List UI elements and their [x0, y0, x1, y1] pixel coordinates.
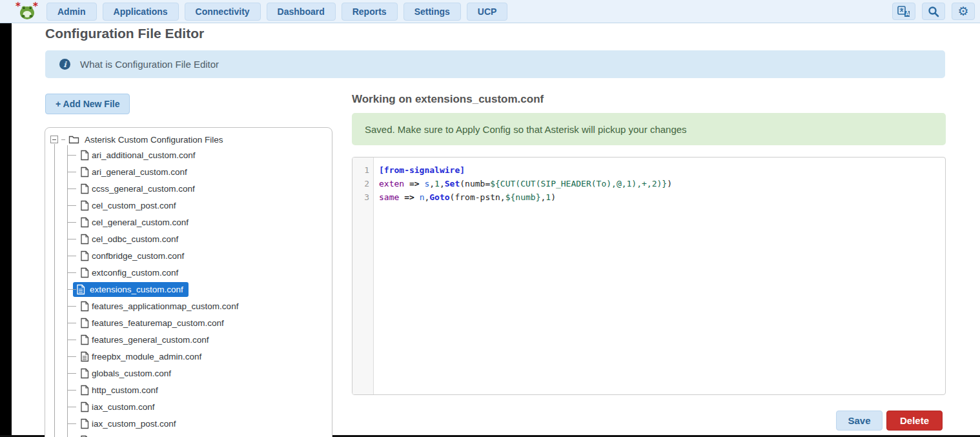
top-navbar: * * AdminApplicationsConnectivityDashboa… — [0, 0, 980, 23]
file-name: features_general_custom.conf — [92, 335, 209, 345]
file-name: ari_general_custom.conf — [92, 167, 187, 177]
tree-connector — [67, 188, 76, 189]
file-name: extconfig_custom.conf — [92, 268, 178, 278]
saved-alert-text: Saved. Make sure to Apply Config so that… — [365, 124, 687, 135]
tree-connector — [67, 373, 76, 374]
help-toggle-bar[interactable]: i What is Configuration File Editor — [45, 50, 945, 78]
save-button[interactable]: Save — [836, 411, 883, 431]
tree-root-node[interactable]: Asterisk Custom Configuration Files — [45, 132, 332, 147]
file-blank-icon — [80, 267, 89, 278]
add-new-file-button[interactable]: + Add New File — [45, 94, 130, 114]
file-name: http_custom.conf — [92, 385, 158, 395]
file-blank-icon — [80, 150, 89, 161]
tree-file-item-ari_general_custom.conf[interactable]: ari_general_custom.conf — [45, 163, 332, 180]
file-name: features_applicationmap_custom.conf — [92, 301, 238, 311]
code-line: exten => s,1,Set(numb=${CUT(CUT(SIP_HEAD… — [379, 177, 945, 190]
tree-file-item-extconfig_custom.conf[interactable]: extconfig_custom.conf — [45, 264, 332, 281]
gear-icon[interactable]: ⚙ — [952, 3, 975, 20]
tree-connector — [67, 205, 76, 206]
tree-connector — [61, 139, 65, 140]
file-blank-icon — [80, 318, 89, 329]
nav-item-dashboard[interactable]: Dashboard — [267, 3, 336, 21]
file-blank-icon — [80, 418, 89, 429]
file-name: extensions_custom.conf — [90, 285, 183, 294]
saved-alert: Saved. Make sure to Apply Config so that… — [352, 113, 946, 145]
tree-file-item-iax_custom.conf[interactable]: iax_custom.conf — [45, 398, 332, 415]
code-text-area[interactable]: [from-signalwire]exten => s,1,Set(numb=$… — [374, 158, 945, 394]
tree-file-item-features_general_custom.conf[interactable]: features_general_custom.conf — [45, 331, 332, 348]
tree-connector — [67, 340, 76, 340]
file-name: ari_additional_custom.conf — [92, 150, 196, 160]
freepbx-logo-icon[interactable]: * * — [15, 2, 39, 21]
tree-connector — [67, 272, 76, 273]
code-editor[interactable]: 123 [from-signalwire]exten => s,1,Set(nu… — [352, 157, 946, 395]
file-name: ccss_general_custom.conf — [92, 184, 195, 194]
file-name: features_featuremap_custom.conf — [92, 318, 224, 328]
nav-item-admin[interactable]: Admin — [46, 3, 97, 21]
tree-file-item-partial[interactable] — [45, 432, 332, 437]
page-title: Configuration File Editor — [45, 26, 204, 41]
tree-connector — [67, 256, 76, 256]
tree-connector — [67, 407, 76, 407]
file-name: cel_odbc_custom.conf — [92, 234, 178, 244]
file-name: cel_general_custom.conf — [92, 218, 189, 227]
tree-file-item-cel_odbc_custom.conf[interactable]: cel_odbc_custom.conf — [45, 230, 332, 247]
tree-file-item-cel_general_custom.conf[interactable]: cel_general_custom.conf — [45, 214, 332, 230]
code-line: same => n,Goto(from-pstn,${numb},1) — [379, 190, 945, 204]
file-blank-icon — [80, 167, 89, 178]
file-name: globals_custom.conf — [92, 369, 171, 378]
tree-connector — [67, 306, 76, 307]
tree-file-item-freepbx_module_admin.conf[interactable]: freepbx_module_admin.conf — [45, 348, 332, 365]
file-text-icon — [76, 284, 85, 295]
delete-button[interactable]: Delete — [886, 411, 943, 431]
file-name: cel_custom_post.conf — [92, 201, 176, 210]
nav-item-reports[interactable]: Reports — [342, 3, 398, 21]
collapse-expander-icon[interactable] — [50, 136, 58, 143]
tree-connector — [67, 222, 76, 223]
tree-children: ari_additional_custom.conf ari_general_c… — [45, 147, 332, 437]
nav-item-connectivity[interactable]: Connectivity — [185, 3, 261, 21]
tree-connector — [67, 172, 76, 172]
tree-file-item-ccss_general_custom.conf[interactable]: ccss_general_custom.conf — [45, 180, 332, 197]
tree-file-item-features_applicationmap_custom.conf[interactable]: features_applicationmap_custom.conf — [45, 298, 332, 314]
nav-item-applications[interactable]: Applications — [103, 3, 179, 21]
info-icon: i — [59, 59, 70, 70]
tree-connector — [67, 289, 76, 290]
file-blank-icon — [80, 368, 89, 379]
search-icon[interactable] — [922, 3, 945, 20]
tree-connector — [67, 323, 76, 323]
file-blank-icon — [80, 217, 89, 228]
file-name: iax_custom.conf — [92, 402, 155, 412]
file-blank-icon — [80, 334, 89, 345]
tree-file-item-confbridge_custom.conf[interactable]: confbridge_custom.conf — [45, 247, 332, 264]
line-number-gutter: 123 — [352, 158, 374, 394]
file-blank-icon — [80, 385, 89, 396]
left-screen-edge — [0, 23, 12, 437]
nav-right-icons: A ⚙ — [892, 3, 975, 20]
selected-file-highlight: extensions_custom.conf — [73, 282, 189, 297]
tree-file-item-iax_custom_post.conf[interactable]: iax_custom_post.conf — [45, 415, 332, 432]
file-blank-icon — [80, 183, 89, 194]
svg-text:*: * — [15, 2, 21, 12]
folder-icon — [68, 135, 79, 144]
tree-file-item-ari_additional_custom.conf[interactable]: ari_additional_custom.conf — [45, 147, 332, 163]
translate-icon[interactable]: A — [892, 3, 915, 20]
code-line: [from-signalwire] — [379, 163, 945, 177]
file-blank-icon — [80, 200, 89, 211]
file-text-icon — [80, 351, 89, 362]
file-blank-icon — [80, 250, 89, 261]
nav-item-ucp[interactable]: UCP — [467, 3, 508, 21]
tree-root-label: Asterisk Custom Configuration Files — [85, 135, 223, 145]
tree-file-item-globals_custom.conf[interactable]: globals_custom.conf — [45, 365, 332, 381]
tree-file-item-cel_custom_post.conf[interactable]: cel_custom_post.conf — [45, 197, 332, 214]
tree-file-item-features_featuremap_custom.conf[interactable]: features_featuremap_custom.conf — [45, 314, 332, 331]
svg-text:A: A — [906, 11, 910, 17]
tree-connector — [67, 239, 76, 239]
file-name: confbridge_custom.conf — [92, 251, 184, 261]
file-name: freepbx_module_admin.conf — [92, 352, 201, 361]
nav-item-settings[interactable]: Settings — [403, 3, 461, 21]
tree-file-item-http_custom.conf[interactable]: http_custom.conf — [45, 381, 332, 398]
tree-connector — [67, 356, 76, 357]
tree-connector — [67, 390, 76, 391]
tree-file-item-extensions_custom.conf[interactable]: extensions_custom.conf — [45, 281, 332, 298]
